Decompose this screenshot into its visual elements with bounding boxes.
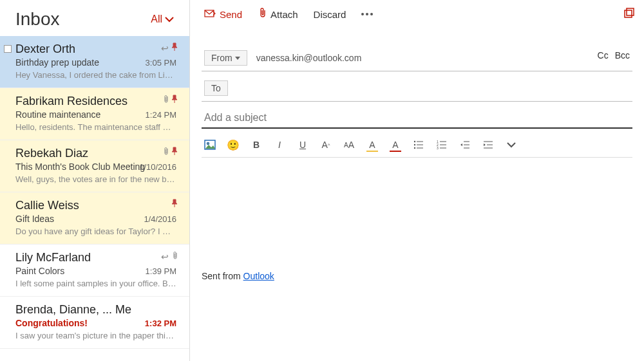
inbox-title: Inbox xyxy=(15,9,60,30)
message-preview: I saw your team's picture in the paper t… xyxy=(15,331,176,340)
message-body[interactable] xyxy=(202,158,632,235)
chevron-down-icon xyxy=(165,16,174,23)
to-label: To xyxy=(211,83,221,93)
underline-button[interactable]: U xyxy=(297,139,308,151)
subject-input[interactable] xyxy=(204,112,630,124)
message-from: Lily McFarland xyxy=(15,251,176,264)
font-size-button[interactable]: A^ xyxy=(320,139,332,151)
number-list-button[interactable]: 123 xyxy=(436,139,448,151)
format-toolbar: 🙂 B I U A^ AA A A 123 xyxy=(202,133,632,158)
cc-bcc-toggle: Cc Bcc xyxy=(598,50,630,60)
send-button[interactable]: Send xyxy=(199,6,247,23)
message-checkbox[interactable] xyxy=(4,45,12,53)
svg-rect-2 xyxy=(627,8,634,15)
attachment-icon xyxy=(162,147,169,158)
svg-rect-1 xyxy=(625,10,632,17)
message-preview: Hello, residents. The maintenance staff … xyxy=(15,122,176,132)
numbers-icon: 123 xyxy=(437,140,447,149)
discard-label: Discard xyxy=(314,9,346,20)
more-actions-button[interactable] xyxy=(356,10,378,18)
paperclip-icon xyxy=(258,8,267,21)
inbox-header: Inbox All xyxy=(0,0,189,36)
font-color-button[interactable]: A xyxy=(390,139,401,151)
message-icons: ↩ xyxy=(161,42,178,53)
svg-point-7 xyxy=(414,144,415,145)
message-from: Fabrikam Residences xyxy=(15,95,176,108)
emoji-icon: 🙂 xyxy=(227,139,240,151)
discard-button[interactable]: Discard xyxy=(308,6,352,23)
reply-icon: ↩ xyxy=(161,43,169,53)
svg-text:3: 3 xyxy=(437,146,439,149)
popout-icon xyxy=(623,7,635,19)
message-pane: Inbox All Dexter OrthBirthday prep updat… xyxy=(0,0,190,361)
from-label: From xyxy=(211,53,232,63)
bold-button[interactable]: B xyxy=(251,139,262,151)
message-icons xyxy=(162,95,178,106)
message-item[interactable]: Rebekah DiazThis Month's Book Club Meeti… xyxy=(0,140,189,192)
svg-point-4 xyxy=(207,143,209,145)
pin-icon xyxy=(171,95,178,106)
attachment-icon xyxy=(162,95,169,106)
message-time: 1:39 PM xyxy=(146,266,176,276)
to-button[interactable]: To xyxy=(204,80,228,96)
message-item[interactable]: Lily McFarlandPaint ColorsI left some pa… xyxy=(0,245,189,297)
italic-button[interactable]: I xyxy=(274,139,285,151)
popout-button[interactable] xyxy=(623,7,635,21)
message-time: 1/10/2016 xyxy=(139,162,176,172)
compose-toolbar: Send Attach Discard xyxy=(190,0,644,28)
message-icons: ↩ xyxy=(161,251,178,262)
to-row: To xyxy=(202,75,632,102)
bullet-list-button[interactable] xyxy=(413,139,424,151)
pin-icon xyxy=(171,147,178,158)
cc-button[interactable]: Cc xyxy=(598,50,609,60)
message-from: Dexter Orth xyxy=(15,42,176,56)
chevron-down-icon xyxy=(235,57,240,60)
message-preview: Do you have any gift ideas for Taylor? I… xyxy=(15,227,176,236)
message-from: Callie Weiss xyxy=(15,199,176,212)
email-signature: Sent from Outlook xyxy=(202,271,632,281)
pin-icon xyxy=(171,199,178,210)
from-dropdown[interactable]: From xyxy=(204,50,247,66)
message-time: 3:05 PM xyxy=(146,58,176,68)
message-item[interactable]: Brenda, Dianne, ... MeCongratulations!I … xyxy=(0,297,189,349)
compose-pane: Send Attach Discard From xyxy=(190,0,644,361)
message-item[interactable]: Dexter OrthBirthday prep updateHey Vanes… xyxy=(0,36,189,88)
reply-icon: ↩ xyxy=(161,252,169,262)
outdent-button[interactable] xyxy=(459,139,471,151)
subject-row xyxy=(202,106,632,129)
message-time: 1/4/2016 xyxy=(144,214,176,224)
chevron-down-icon xyxy=(507,142,516,148)
svg-point-5 xyxy=(414,141,415,142)
attachment-icon xyxy=(171,251,178,262)
highlight-color-button[interactable]: A xyxy=(366,139,378,151)
signature-link[interactable]: Outlook xyxy=(243,271,274,281)
insert-picture-button[interactable] xyxy=(204,139,216,151)
filter-label: All xyxy=(151,14,162,25)
message-time: 1:24 PM xyxy=(146,110,176,120)
bullets-icon xyxy=(413,140,424,149)
message-item[interactable]: Callie WeissGift IdeasDo you have any gi… xyxy=(0,192,189,245)
send-label: Send xyxy=(220,9,242,20)
pin-icon xyxy=(171,42,178,53)
send-icon xyxy=(204,9,216,20)
message-from: Brenda, Dianne, ... Me xyxy=(15,303,176,317)
compose-body: From vanessa.kin@outlook.com Cc Bcc To xyxy=(190,28,644,361)
font-family-button[interactable]: AA xyxy=(343,139,355,151)
emoji-button[interactable]: 🙂 xyxy=(227,139,239,151)
message-item[interactable]: Fabrikam ResidencesRoutine maintenanceHe… xyxy=(0,88,189,140)
message-list[interactable]: Dexter OrthBirthday prep updateHey Vanes… xyxy=(0,36,189,361)
filter-dropdown[interactable]: All xyxy=(151,14,174,25)
to-input[interactable] xyxy=(237,83,630,93)
message-time: 1:32 PM xyxy=(145,319,176,328)
attach-button[interactable]: Attach xyxy=(252,5,303,23)
indent-button[interactable] xyxy=(482,139,494,151)
bcc-button[interactable]: Bcc xyxy=(615,50,630,60)
svg-point-9 xyxy=(414,147,415,149)
picture-icon xyxy=(204,140,216,150)
message-preview: Well, guys, the votes are in for the new… xyxy=(15,174,176,184)
indent-icon xyxy=(483,140,493,149)
format-expand-button[interactable] xyxy=(506,139,517,151)
from-row: From vanessa.kin@outlook.com Cc Bcc xyxy=(202,45,632,71)
from-address: vanessa.kin@outlook.com xyxy=(256,53,362,63)
signature-prefix: Sent from xyxy=(202,271,243,281)
